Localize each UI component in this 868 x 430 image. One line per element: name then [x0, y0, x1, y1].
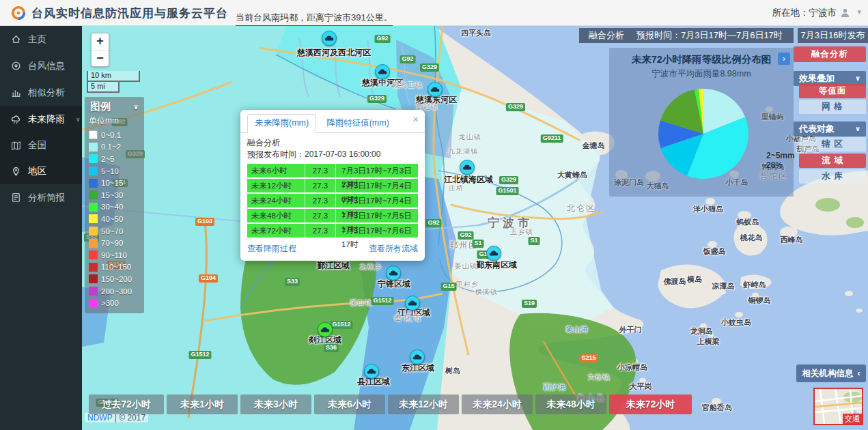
time-button[interactable]: 未来3小时: [240, 395, 311, 414]
region-marker[interactable]: [375, 64, 390, 79]
grid-button[interactable]: 网 格: [799, 100, 866, 114]
rain-region-icon: [324, 35, 334, 42]
sidebar-item-region[interactable]: 地区: [0, 158, 82, 184]
sidebar-label: 未来降雨: [28, 113, 65, 126]
region-marker[interactable]: [460, 160, 475, 175]
panel-title: 未来72小时降雨等级比例分布图: [609, 53, 794, 66]
zoom-control: + −: [91, 33, 109, 67]
legend-color-chip: [89, 154, 98, 163]
watershed-button[interactable]: 流 域: [799, 154, 866, 168]
map-container[interactable]: 慈溪西河及西北河区慈溪中河区慈溪东河区江北镇海区域鄞东南区域鄞江区域宁锋区域江口…: [82, 26, 868, 430]
rain-region-icon: [462, 164, 472, 171]
forecast-range: 7月3日17时~7月3日23时: [336, 164, 418, 177]
user-icon[interactable]: [840, 8, 850, 18]
page-title: 台风实时信息防汛应用与服务云平台: [31, 5, 228, 21]
region-marker[interactable]: [410, 349, 425, 364]
panel-expand-button[interactable]: ›: [778, 53, 790, 65]
legend-color-chip: [89, 299, 98, 308]
location-label[interactable]: 所在地：宁波市: [772, 7, 837, 19]
sidebar-item-analysis-report[interactable]: 分析简报: [0, 184, 82, 211]
region-marker[interactable]: [386, 266, 401, 281]
legend-color-chip: [89, 203, 98, 212]
region-marker[interactable]: [405, 296, 420, 311]
sidebar-label: 地区: [28, 165, 46, 177]
tab-rain-feature[interactable]: 降雨特征值(mm): [319, 114, 397, 133]
legend-color-chip: [89, 143, 98, 152]
traffic-layer-label[interactable]: 交通: [843, 414, 862, 424]
zoom-in-button[interactable]: +: [92, 33, 109, 50]
region-marker[interactable]: [322, 31, 337, 46]
fusion-analysis-button[interactable]: 融合分析: [794, 46, 866, 62]
sidebar-item-future-rain[interactable]: 未来降雨 ∨: [0, 106, 82, 132]
legend-item: 40~50: [89, 213, 140, 225]
time-button[interactable]: 过去72小时: [89, 395, 164, 414]
forecast-info-bar: 融合分析 预报时间：7月3日17时—7月6日17时: [579, 28, 794, 43]
region-marker[interactable]: [318, 322, 333, 337]
legend-item: 0.1~2: [89, 141, 140, 154]
region-marker[interactable]: [486, 246, 501, 261]
legend-item: >300: [89, 297, 140, 309]
legend-item-label: 40~50: [101, 215, 123, 223]
menu-icon[interactable]: ≡: [204, 4, 212, 20]
view-rain-process-link[interactable]: 查看降雨过程: [247, 243, 296, 255]
sidebar-label: 全国: [28, 139, 46, 152]
sidebar-item-nationwide[interactable]: 全国: [0, 132, 82, 158]
rain-region-icon: [412, 354, 422, 360]
legend-item: 150~200: [89, 273, 140, 285]
legend-item-label: 50~70: [101, 227, 123, 235]
region-marker[interactable]: [364, 364, 379, 379]
close-icon[interactable]: ×: [412, 114, 419, 124]
related-org-button[interactable]: 相关机构信息 ‹: [796, 364, 866, 382]
tab-future-rain[interactable]: 未来降雨(mm): [247, 114, 316, 133]
popup-source: 融合分析: [247, 137, 418, 149]
time-button[interactable]: 未来1小时: [167, 395, 238, 414]
sidebar-item-similar-analysis[interactable]: 相似分析: [0, 79, 82, 106]
forecast-value: 27.3: [305, 209, 336, 223]
time-button[interactable]: 未来24小时: [462, 395, 533, 414]
legend-item: 5~10: [89, 165, 140, 177]
rain-region-icon: [378, 68, 387, 75]
rain-region-icon: [367, 368, 376, 375]
tooltip-range: 2~5mm: [766, 151, 795, 160]
time-button[interactable]: 未来6小时: [314, 395, 385, 414]
forecast-popup: × 未来降雨(mm) 降雨特征值(mm) 融合分析 预报发布时间：2017-07…: [240, 110, 425, 261]
sidebar-item-home[interactable]: 主页: [0, 26, 82, 53]
traffic-minimap[interactable]: 交通: [813, 388, 863, 425]
zoom-out-button[interactable]: −: [92, 50, 109, 66]
user-caret-icon[interactable]: ▾: [857, 8, 861, 16]
legend-color-chip: [89, 130, 98, 139]
rain-region-icon: [430, 86, 440, 93]
app-logo-icon: [11, 5, 26, 20]
region-marker[interactable]: [428, 82, 443, 97]
popup-info: 融合分析 预报发布时间：2017-07-03 16:00:00: [240, 133, 425, 164]
sidebar-item-typhoon-info[interactable]: 台风信息: [0, 53, 82, 79]
time-button[interactable]: 未来12小时: [388, 395, 459, 414]
legend-item-label: >300: [101, 299, 119, 307]
forecast-range: 7月3日17时~7月5日17时: [336, 209, 418, 223]
report-icon: [11, 192, 21, 203]
forecast-time-label: 预报时间：7月3日17时—7月6日17时: [636, 29, 783, 42]
rain-distribution-panel: 未来72小时降雨等级比例分布图 宁波市平均面雨量8.98mm ›: [609, 48, 794, 197]
time-button[interactable]: 未来72小时: [609, 395, 692, 414]
view-all-watersheds-link[interactable]: 查看所有流域: [369, 243, 418, 255]
jurisdiction-button[interactable]: 辖 区: [799, 137, 866, 152]
time-button[interactable]: 未来48小时: [535, 395, 606, 414]
legend-color-chip: [89, 250, 98, 259]
legend-item: 110~150: [89, 261, 140, 274]
sidebar: 主页 台风信息 相似分析 未来降雨 ∨ 全国 地区: [0, 26, 82, 430]
home-icon: [11, 34, 21, 44]
typhoon-icon: [11, 61, 21, 71]
chevron-down-icon: ∨: [855, 121, 860, 137]
rain-region-icon: [389, 270, 398, 276]
reservoir-button[interactable]: 水 库: [799, 169, 866, 184]
legend-header[interactable]: 图例 ∨: [89, 100, 140, 115]
forecast-row: 未来72小时27.37月3日17时~7月6日17时: [247, 224, 418, 238]
legend-item-label: 150~200: [101, 275, 132, 283]
isosurface-button[interactable]: 等值面: [799, 84, 866, 98]
legend-item: 50~70: [89, 225, 140, 238]
attribution-brand: NDWP: [87, 413, 112, 422]
popup-issued: 预报发布时间：2017-07-03 16:00:00: [247, 149, 418, 160]
represent-object-group-header[interactable]: 代表对象 ∨: [794, 121, 866, 137]
tooltip-percent: 28%: [766, 160, 795, 170]
forecast-table: 未来6小时27.37月3日17时~7月3日23时未来12小时27.37月3日17…: [240, 164, 425, 238]
